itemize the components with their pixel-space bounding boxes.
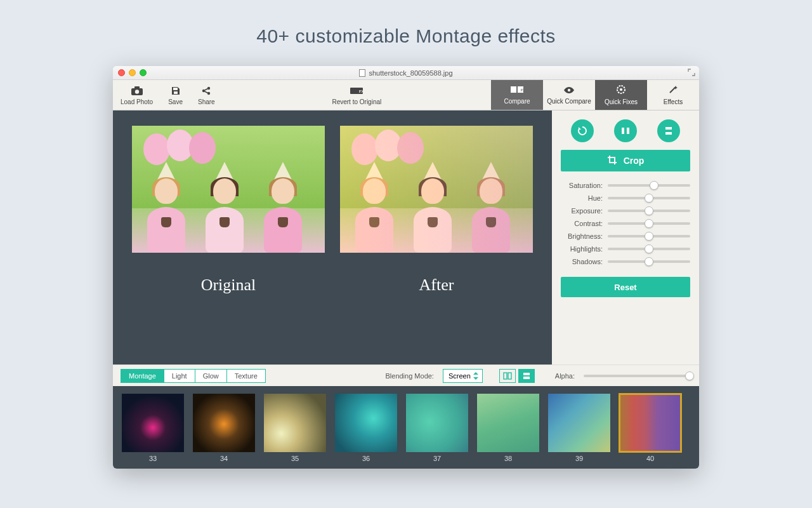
shadows-slider[interactable]	[608, 260, 690, 263]
alpha-label: Alpha:	[555, 372, 575, 380]
effect-thumb-38[interactable]: 38	[477, 394, 539, 464]
rotate-button[interactable]	[571, 119, 594, 142]
svg-text:FX: FX	[359, 90, 364, 93]
after-image	[340, 126, 533, 253]
fullscreen-icon[interactable]	[688, 69, 695, 76]
slider-label: Shadows:	[561, 258, 603, 265]
flip-vertical-button[interactable]	[657, 119, 680, 142]
gear-icon	[616, 84, 626, 97]
document-icon	[359, 69, 365, 77]
compare-icon: FX	[510, 85, 524, 97]
svg-rect-23	[523, 377, 530, 379]
effect-thumb-40[interactable]: 40	[619, 394, 681, 464]
image-canvas: Original After	[113, 110, 552, 364]
quick-fixes-panel: Crop Saturation: Hue: Exposure: Contrast…	[552, 110, 699, 364]
camera-icon	[131, 84, 143, 97]
hue-slider[interactable]	[608, 197, 690, 199]
contrast-slider[interactable]	[608, 222, 690, 225]
window-minimize-button[interactable]	[129, 69, 136, 76]
slider-label: Highlights:	[561, 245, 603, 253]
save-button[interactable]: Save	[160, 80, 190, 110]
effect-thumb-39[interactable]: 39	[548, 394, 610, 464]
load-photo-button[interactable]: Load Photo	[113, 80, 160, 110]
svg-rect-19	[665, 132, 672, 135]
tab-glow[interactable]: Glow	[195, 369, 226, 383]
slider-label: Hue:	[561, 194, 603, 202]
effect-thumb-33[interactable]: 33	[122, 394, 184, 464]
filter-bar: Montage Light Glow Texture Blending Mode…	[113, 364, 699, 386]
svg-text:FX: FX	[521, 88, 524, 92]
highlights-slider[interactable]	[608, 248, 690, 250]
svg-rect-10	[511, 86, 516, 93]
window-title: shutterstock_80059588.jpg	[369, 69, 452, 77]
svg-point-13	[568, 89, 570, 91]
crop-icon	[607, 155, 617, 167]
share-button[interactable]: Share	[190, 80, 223, 110]
blending-mode-select[interactable]: Screen	[443, 369, 483, 383]
tab-effects[interactable]: Effects	[647, 80, 699, 110]
eye-icon	[563, 85, 575, 97]
slider-label: Saturation:	[561, 182, 603, 189]
share-icon	[201, 84, 211, 97]
effect-thumb-37[interactable]: 37	[406, 394, 468, 464]
svg-rect-18	[665, 127, 672, 130]
alpha-slider[interactable]	[584, 375, 691, 377]
tab-montage[interactable]: Montage	[121, 369, 164, 383]
svg-point-15	[620, 88, 622, 91]
view-split-button[interactable]	[499, 369, 516, 383]
titlebar: shutterstock_80059588.jpg	[113, 66, 699, 80]
magic-wand-icon	[668, 84, 678, 97]
svg-rect-4	[174, 91, 178, 94]
tab-quick-fixes[interactable]: Quick Fixes	[595, 80, 647, 110]
window-zoom-button[interactable]	[140, 69, 147, 76]
app-window: shutterstock_80059588.jpg Load Photo Sav…	[113, 66, 699, 469]
blending-mode-label: Blending Mode:	[385, 372, 433, 380]
exposure-slider[interactable]	[608, 210, 690, 212]
revert-button[interactable]: FX Revert to Original	[324, 84, 389, 105]
after-label: After	[340, 276, 533, 295]
effect-thumb-35[interactable]: 35	[264, 394, 326, 464]
svg-rect-20	[504, 373, 507, 379]
view-stack-button[interactable]	[518, 369, 535, 383]
tab-quick-compare[interactable]: Quick Compare	[543, 80, 595, 110]
slider-label: Exposure:	[561, 207, 603, 215]
svg-rect-3	[173, 88, 178, 90]
effect-thumb-34[interactable]: 34	[193, 394, 255, 464]
svg-rect-1	[134, 86, 140, 89]
slider-label: Contrast:	[561, 220, 603, 227]
tab-compare[interactable]: FX Compare	[491, 80, 543, 110]
svg-rect-22	[523, 373, 530, 375]
reset-button[interactable]: Reset	[561, 277, 690, 297]
tab-light[interactable]: Light	[164, 369, 195, 383]
effect-category-tabs: Montage Light Glow Texture	[121, 369, 266, 383]
revert-icon: FX	[349, 84, 364, 97]
svg-point-2	[134, 90, 138, 93]
window-close-button[interactable]	[118, 69, 125, 76]
save-icon	[171, 84, 181, 97]
crop-button[interactable]: Crop	[561, 150, 690, 171]
svg-rect-21	[508, 373, 511, 379]
original-image	[132, 126, 325, 253]
tab-texture[interactable]: Texture	[226, 369, 266, 383]
saturation-slider[interactable]	[608, 184, 690, 187]
slider-label: Brightness:	[561, 232, 603, 240]
brightness-slider[interactable]	[608, 235, 690, 237]
original-label: Original	[132, 276, 325, 295]
main-toolbar: Load Photo Save Share FX Revert to Origi…	[113, 80, 699, 110]
flip-horizontal-button[interactable]	[614, 119, 637, 142]
svg-rect-16	[622, 128, 624, 134]
adjustment-sliders: Saturation: Hue: Exposure: Contrast: Bri…	[561, 182, 690, 265]
svg-rect-17	[627, 128, 629, 134]
effect-thumbnails: 33 34 35 36 37 38 39 40	[113, 386, 699, 469]
hero-headline: 40+ customizable Montage effects	[0, 25, 812, 47]
effect-thumb-36[interactable]: 36	[335, 394, 397, 464]
